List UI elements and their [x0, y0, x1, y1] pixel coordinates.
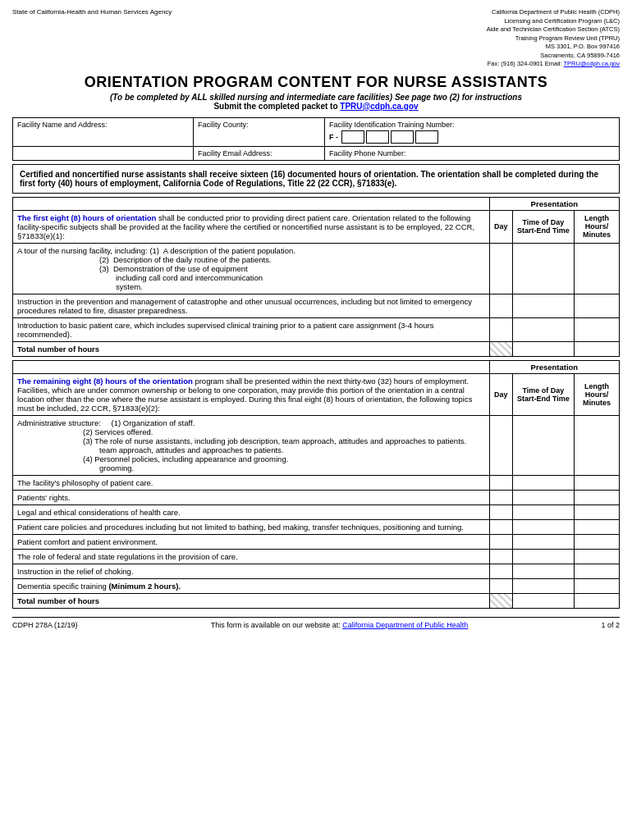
row2-day[interactable] [489, 294, 512, 317]
admin-length[interactable] [574, 415, 619, 475]
submit-email-link[interactable]: TPRU@cdph.ca.gov [340, 102, 418, 111]
section2-blue-row: The remaining eight (8) hours of the ori… [13, 373, 490, 415]
table-row: Patients' rights. [13, 490, 620, 504]
table-row: Administrative structure: (1) Organizati… [13, 415, 620, 475]
section2-total-row: Total number of hours [13, 593, 620, 608]
table-row: The facility's philosophy of patient car… [13, 475, 620, 490]
section1-length-header: Length Hours/ Minutes [574, 210, 619, 243]
s2row2-day[interactable] [489, 504, 512, 519]
table-row: Patient comfort and patient environment. [13, 534, 620, 549]
s2row1-day[interactable] [489, 490, 512, 504]
s2row2-length[interactable] [574, 504, 619, 519]
main-title: ORIENTATION PROGRAM CONTENT FOR NURSE AS… [12, 74, 620, 91]
section1-total-day [489, 341, 512, 356]
section2-presentation-header: Presentation [489, 360, 619, 373]
section2-day-header: Day [489, 373, 512, 415]
page-number: 1 of 2 [601, 621, 620, 629]
cdph-info: California Department of Public Health (… [487, 8, 620, 69]
row3-time[interactable] [512, 317, 574, 341]
section1-total-row: Total number of hours [13, 341, 620, 356]
row1-content: A tour of the nursing facility, includin… [13, 243, 490, 294]
s2row7-length[interactable] [574, 578, 619, 593]
admin-time[interactable] [512, 415, 574, 475]
section2-total-length[interactable] [574, 593, 619, 608]
s2row4-day[interactable] [489, 534, 512, 549]
cdph-website-link[interactable]: California Department of Public Health [342, 621, 468, 629]
s2row0-length[interactable] [574, 475, 619, 490]
s2row0-time[interactable] [512, 475, 574, 490]
s2row5-content: The role of federal and state regulation… [13, 549, 490, 564]
s2row4-length[interactable] [574, 534, 619, 549]
section2-total-label: Total number of hours [13, 593, 490, 608]
facility-name-value[interactable] [13, 146, 194, 160]
section2-table: Presentation The remaining eight (8) hou… [12, 360, 620, 609]
admin-day[interactable] [489, 415, 512, 475]
s2row2-time[interactable] [512, 504, 574, 519]
s2row4-time[interactable] [512, 534, 574, 549]
section1-content-header [13, 197, 490, 210]
title-section: ORIENTATION PROGRAM CONTENT FOR NURSE AS… [12, 74, 620, 111]
section2-total-time[interactable] [512, 593, 574, 608]
facility-phone-cell: Facility Phone Number: [325, 146, 620, 160]
section2-content-header [13, 360, 490, 373]
s2row3-length[interactable] [574, 519, 619, 534]
row1-time[interactable] [512, 243, 574, 294]
facility-email-cell: Facility Email Address: [194, 146, 325, 160]
s2row1-length[interactable] [574, 490, 619, 504]
id-box-1[interactable] [341, 130, 364, 144]
section2-length-header: Length Hours/ Minutes [574, 373, 619, 415]
section2-total-day [489, 593, 512, 608]
row2-length[interactable] [574, 294, 619, 317]
s2row5-length[interactable] [574, 549, 619, 564]
s2row0-content: The facility's philosophy of patient car… [13, 475, 490, 490]
s2row4-content: Patient comfort and patient environment. [13, 534, 490, 549]
submit-line: Submit the completed packet to TPRU@cdph… [12, 102, 620, 111]
facility-county-cell: Facility County: [194, 117, 325, 146]
s2row1-time[interactable] [512, 490, 574, 504]
s2row0-day[interactable] [489, 475, 512, 490]
s2row5-day[interactable] [489, 549, 512, 564]
facility-table: Facility Name and Address: Facility Coun… [12, 117, 620, 161]
s2row3-content: Patient care policies and procedures inc… [13, 519, 490, 534]
row2-content: Instruction in the prevention and manage… [13, 294, 490, 317]
section1-day-header: Day [489, 210, 512, 243]
table-row: Dementia specific training (Minimum 2 ho… [13, 578, 620, 593]
s2row7-content: Dementia specific training (Minimum 2 ho… [13, 578, 490, 593]
table-row: The role of federal and state regulation… [13, 549, 620, 564]
s2row3-time[interactable] [512, 519, 574, 534]
s2row5-time[interactable] [512, 549, 574, 564]
s2row2-content: Legal and ethical considerations of heal… [13, 504, 490, 519]
section2-time-header: Time of Day Start-End Time [512, 373, 574, 415]
section1-presentation-header: Presentation [489, 197, 619, 210]
facility-id-cell: Facility Identification Training Number:… [325, 117, 620, 146]
id-box-3[interactable] [391, 130, 414, 144]
s2row7-day[interactable] [489, 578, 512, 593]
row2-time[interactable] [512, 294, 574, 317]
id-box-2[interactable] [366, 130, 389, 144]
s2row6-time[interactable] [512, 564, 574, 578]
agency-name: State of California-Health and Human Ser… [12, 8, 172, 69]
row3-length[interactable] [574, 317, 619, 341]
row3-day[interactable] [489, 317, 512, 341]
table-row: Introduction to basic patient care, whic… [13, 317, 620, 341]
row3-content: Introduction to basic patient care, whic… [13, 317, 490, 341]
table-row: Patient care policies and procedures inc… [13, 519, 620, 534]
row1-day[interactable] [489, 243, 512, 294]
section1-total-time[interactable] [512, 341, 574, 356]
admin-structure-cell: Administrative structure: (1) Organizati… [13, 415, 490, 475]
section1-total-length[interactable] [574, 341, 619, 356]
s2row6-day[interactable] [489, 564, 512, 578]
table-row: A tour of the nursing facility, includin… [13, 243, 620, 294]
row1-length[interactable] [574, 243, 619, 294]
table-row: Legal and ethical considerations of heal… [13, 504, 620, 519]
table-row: Instruction in the relief of choking. [13, 564, 620, 578]
section1-table: Presentation The first eight (8) hours o… [12, 197, 620, 357]
website-info: This form is available on our website at… [211, 621, 469, 629]
s2row1-content: Patients' rights. [13, 490, 490, 504]
s2row6-length[interactable] [574, 564, 619, 578]
section1-time-header: Time of Day Start-End Time [512, 210, 574, 243]
s2row7-time[interactable] [512, 578, 574, 593]
s2row3-day[interactable] [489, 519, 512, 534]
table-row: Instruction in the prevention and manage… [13, 294, 620, 317]
id-box-4[interactable] [415, 130, 438, 144]
